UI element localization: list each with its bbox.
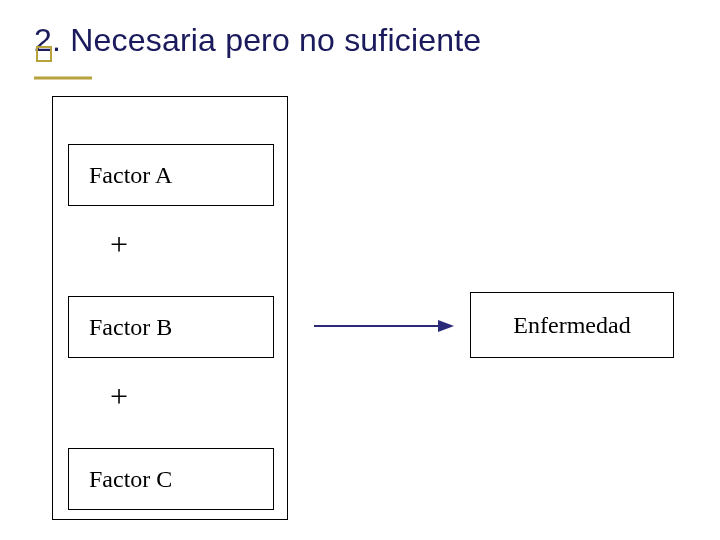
factor-c-box: Factor C	[68, 448, 274, 510]
factor-a-label: Factor A	[89, 162, 172, 189]
plus-operator-1: +	[110, 226, 128, 263]
factor-c-label: Factor C	[89, 466, 172, 493]
factor-b-label: Factor B	[89, 314, 172, 341]
outcome-label: Enfermedad	[513, 312, 630, 339]
plus-operator-2: +	[110, 378, 128, 415]
title-underline	[0, 74, 720, 84]
factor-a-box: Factor A	[68, 144, 274, 206]
outcome-box: Enfermedad	[470, 292, 674, 358]
svg-marker-3	[438, 320, 454, 332]
factor-b-box: Factor B	[68, 296, 274, 358]
arrow-icon	[314, 318, 454, 334]
slide-title: 2. Necesaria pero no suficiente	[34, 22, 481, 59]
title-bullet-icon	[36, 46, 52, 62]
